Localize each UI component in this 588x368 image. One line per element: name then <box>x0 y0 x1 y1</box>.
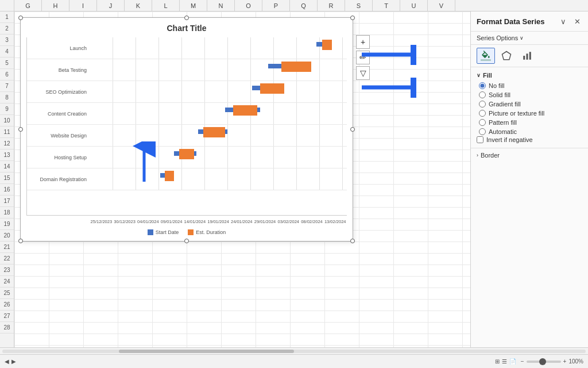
horizontal-scrollbar[interactable] <box>0 347 588 354</box>
zoom-in-button[interactable]: + <box>563 358 567 365</box>
radio-no-fill[interactable] <box>479 82 486 89</box>
page-break-button[interactable]: 📄 <box>509 358 516 365</box>
gantt-row: Launch <box>27 37 347 59</box>
bottom-left: ◀ ▶ <box>5 358 16 365</box>
x-tick: 08/02/2024 <box>300 219 324 224</box>
row-num-20: 20 <box>0 230 14 241</box>
handle-mid-right[interactable] <box>350 127 355 132</box>
gantt-row: Domain Registration <box>27 168 347 190</box>
col-header-Q: Q <box>290 0 318 11</box>
handle-top-mid[interactable] <box>184 16 189 20</box>
series-options-chevron: ∨ <box>520 35 524 41</box>
svg-rect-9 <box>527 53 528 60</box>
x-tick: 03/02/2024 <box>277 219 300 224</box>
row-num-3: 3 <box>0 34 14 46</box>
scroll-thumb[interactable] <box>119 350 294 353</box>
x-tick: 09/01/2024 <box>160 219 183 224</box>
radio-gradient-fill[interactable] <box>479 101 486 108</box>
tab-fill[interactable] <box>477 48 495 64</box>
sheet-nav-right[interactable]: ▶ <box>11 358 16 365</box>
gantt-row: Beta Testing <box>27 59 347 81</box>
panel-tabs <box>471 45 588 67</box>
col-header-G: G <box>14 0 42 11</box>
chart-container[interactable]: + ✏ ▽ Chart Title LaunchBeta TestingSEO … <box>20 17 353 241</box>
panel-close-button[interactable]: ✕ <box>572 16 582 26</box>
normal-view-button[interactable]: ⊞ <box>495 358 500 365</box>
view-buttons: ⊞ ☰ 📄 <box>495 358 516 365</box>
fill-section-header[interactable]: ∨ Fill <box>477 72 582 79</box>
chart-inner: Chart Title LaunchBeta TestingSEO Optimi… <box>21 18 353 241</box>
bar-chart-icon <box>522 51 532 61</box>
handle-mid-left[interactable] <box>18 127 23 132</box>
x-tick: 24/01/2024 <box>230 219 253 224</box>
bar-area <box>90 81 347 102</box>
border-section-label: Border <box>481 152 500 159</box>
col-header-P: P <box>262 0 290 11</box>
bottom-bar: ◀ ▶ ⊞ ☰ 📄 − + 100% <box>0 354 588 368</box>
radio-solid-fill[interactable] <box>479 91 486 98</box>
bar-area <box>90 59 347 80</box>
row-num-17: 17 <box>0 195 14 207</box>
arrow-right-fill-svg <box>362 45 416 65</box>
label-solid-fill: Solid fill <box>489 91 510 98</box>
legend-start-date-label: Start Date <box>156 229 179 235</box>
bar-orange <box>203 127 225 137</box>
task-label: SEO Optimization <box>27 89 90 95</box>
task-label: Hosting Setup <box>27 155 90 160</box>
row-num-8: 8 <box>0 92 14 103</box>
handle-bottom-left[interactable] <box>18 239 23 243</box>
zoom-slider[interactable] <box>527 361 561 363</box>
bar-area <box>90 147 347 168</box>
row-num-4: 4 <box>0 46 14 57</box>
gantt-row: SEO Optimization <box>27 81 347 103</box>
row-num-22: 22 <box>0 253 14 264</box>
col-header-V: V <box>428 0 455 11</box>
label-automatic: Automatic <box>489 128 517 135</box>
col-header-N: N <box>207 0 235 11</box>
fill-option-no-fill: No fill <box>479 82 582 89</box>
chart-legend: Start Date Est. Duration <box>26 229 347 235</box>
label-pattern-fill: Pattern fill <box>489 119 517 126</box>
row-num-14: 14 <box>0 161 14 172</box>
chart-title: Chart Title <box>26 24 347 33</box>
x-tick: 25/12/2023 <box>90 219 113 224</box>
sheet-nav-left[interactable]: ◀ <box>5 358 9 365</box>
panel-title: Format Data Series <box>477 17 545 26</box>
bar-orange <box>281 62 311 72</box>
radio-pattern-fill[interactable] <box>479 119 486 126</box>
border-section-header[interactable]: › Border <box>477 152 582 159</box>
bottom-right: ⊞ ☰ 📄 − + 100% <box>495 358 583 365</box>
col-header-I: I <box>69 0 97 11</box>
row-num-1: 1 <box>0 12 14 23</box>
svg-rect-6 <box>481 59 491 61</box>
handle-top-right[interactable] <box>350 16 355 20</box>
zoom-out-button[interactable]: − <box>521 358 524 365</box>
row-num-7: 7 <box>0 80 14 92</box>
row-numbers: 1234567891011121314151617181920212223242… <box>0 12 14 347</box>
x-tick: 19/01/2024 <box>207 219 230 224</box>
x-axis: 25/12/202330/12/202304/01/202409/01/2024… <box>90 216 347 227</box>
svg-marker-7 <box>502 52 511 60</box>
col-header-J: J <box>97 0 125 11</box>
radio-picture-texture-fill[interactable] <box>479 110 486 117</box>
radio-automatic[interactable] <box>479 128 486 135</box>
grid-area: + ✏ ▽ Chart Title LaunchBeta TestingSEO … <box>14 12 470 347</box>
format-data-series-panel: Format Data Series ∨ ✕ Series Options ∨ <box>470 12 588 347</box>
panel-collapse-button[interactable]: ∨ <box>558 16 568 26</box>
invert-negative-checkbox[interactable] <box>477 136 483 143</box>
handle-bottom-mid[interactable] <box>184 239 189 243</box>
handle-top-left[interactable] <box>18 16 23 20</box>
fill-option-picture-texture-fill: Picture or texture fill <box>479 110 582 117</box>
col-header-S: S <box>345 0 373 11</box>
page-layout-button[interactable]: ☰ <box>502 358 507 365</box>
gantt-row: Hosting Setup <box>27 147 347 168</box>
arrow-right-fill-annotation <box>362 45 416 66</box>
handle-bottom-right[interactable] <box>350 239 355 243</box>
row-num-24: 24 <box>0 276 14 288</box>
panel-header-icons: ∨ ✕ <box>558 16 582 26</box>
tab-chart-options[interactable] <box>518 48 536 64</box>
row-num-28: 28 <box>0 322 14 334</box>
legend-duration-label: Est. Duration <box>196 229 226 235</box>
bar-area <box>90 125 347 146</box>
tab-shape[interactable] <box>497 48 516 64</box>
